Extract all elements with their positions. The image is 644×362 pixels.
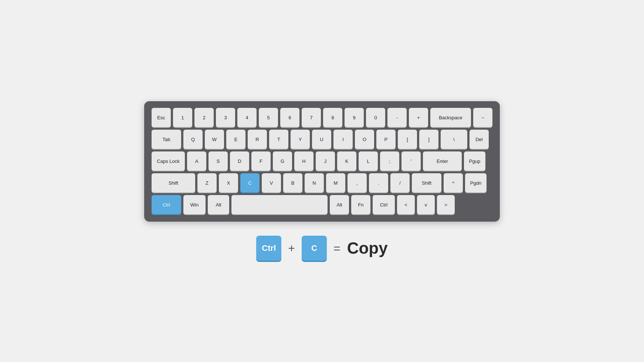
key-+[interactable]: + bbox=[409, 108, 428, 127]
key-v[interactable]: v bbox=[417, 195, 435, 214]
key-3[interactable]: 3 bbox=[216, 108, 235, 127]
key-8[interactable]: 8 bbox=[323, 108, 342, 127]
key-1[interactable]: 1 bbox=[173, 108, 192, 127]
shortcut-display: Ctrl + C = Copy bbox=[256, 236, 387, 261]
shortcut-ctrl-key: Ctrl bbox=[256, 236, 281, 261]
key-pgup[interactable]: Pgup bbox=[464, 151, 485, 171]
key-d[interactable]: D bbox=[230, 151, 249, 171]
key-shift[interactable]: Shift bbox=[412, 173, 441, 192]
key-esc[interactable]: Esc bbox=[152, 108, 171, 127]
key-[[interactable]: [ bbox=[398, 130, 417, 149]
key-q[interactable]: Q bbox=[183, 130, 203, 149]
key-x[interactable]: X bbox=[219, 173, 238, 192]
key-;[interactable]: ; bbox=[380, 151, 399, 171]
key-m[interactable]: M bbox=[326, 173, 345, 192]
key-.[interactable]: . bbox=[369, 173, 388, 192]
key-row-row3: Caps LockASDFGHJKL;'EnterPgup bbox=[152, 151, 492, 171]
key-win[interactable]: Win bbox=[183, 195, 206, 214]
key-c[interactable]: C bbox=[240, 173, 260, 192]
key-l[interactable]: L bbox=[359, 151, 378, 171]
key-7[interactable]: 7 bbox=[302, 108, 321, 127]
key-5[interactable]: 5 bbox=[259, 108, 278, 127]
key-~[interactable]: ~ bbox=[473, 108, 492, 127]
shortcut-plus: + bbox=[288, 242, 295, 255]
key-z[interactable]: Z bbox=[197, 173, 217, 192]
key-fn[interactable]: Fn bbox=[351, 195, 370, 214]
key-][interactable]: ] bbox=[419, 130, 438, 149]
key-backspace[interactable]: Backspace bbox=[430, 108, 471, 127]
key-row-row5: CtrlWinAltAltFnCtrl<v> bbox=[152, 195, 492, 214]
key-space[interactable] bbox=[231, 195, 328, 214]
key-i[interactable]: I bbox=[333, 130, 353, 149]
key-alt[interactable]: Alt bbox=[208, 195, 229, 214]
key-n[interactable]: N bbox=[305, 173, 324, 192]
shortcut-c-key: C bbox=[302, 236, 327, 261]
key-alt[interactable]: Alt bbox=[330, 195, 349, 214]
key-del[interactable]: Del bbox=[470, 130, 489, 149]
key-pgdn[interactable]: Pgdn bbox=[465, 173, 487, 192]
shortcut-equals: = bbox=[333, 242, 340, 255]
key-u[interactable]: U bbox=[312, 130, 331, 149]
keyboard-container: Esc1234567890-+Backspace~TabQWERTYUIOP[]… bbox=[144, 101, 500, 222]
key-k[interactable]: K bbox=[337, 151, 356, 171]
key-6[interactable]: 6 bbox=[280, 108, 299, 127]
key-tab[interactable]: Tab bbox=[152, 130, 181, 149]
key-j[interactable]: J bbox=[316, 151, 335, 171]
key-p[interactable]: P bbox=[376, 130, 396, 149]
key-/[interactable]: / bbox=[390, 173, 410, 192]
key-2[interactable]: 2 bbox=[194, 108, 214, 127]
key-e[interactable]: E bbox=[226, 130, 245, 149]
key-4[interactable]: 4 bbox=[237, 108, 257, 127]
shortcut-action-label: Copy bbox=[347, 239, 388, 257]
key-^[interactable]: ^ bbox=[444, 173, 463, 192]
key-a[interactable]: A bbox=[187, 151, 206, 171]
key-enter[interactable]: Enter bbox=[423, 151, 462, 171]
key--[interactable]: - bbox=[387, 108, 407, 127]
key-9[interactable]: 9 bbox=[345, 108, 364, 127]
key-h[interactable]: H bbox=[294, 151, 313, 171]
key-row-row4: ShiftZXCVBNM,./Shift^Pgdn bbox=[152, 173, 492, 192]
key-v[interactable]: V bbox=[262, 173, 281, 192]
key-row-row2: TabQWERTYUIOP[]\Del bbox=[152, 130, 492, 149]
key-shift[interactable]: Shift bbox=[152, 173, 195, 192]
key-g[interactable]: G bbox=[273, 151, 292, 171]
key-caps-lock[interactable]: Caps Lock bbox=[152, 151, 185, 171]
key-0[interactable]: 0 bbox=[366, 108, 385, 127]
key-y[interactable]: Y bbox=[291, 130, 310, 149]
key-w[interactable]: W bbox=[205, 130, 224, 149]
key-s[interactable]: S bbox=[209, 151, 228, 171]
key-ctrl[interactable]: Ctrl bbox=[373, 195, 395, 214]
key->[interactable]: > bbox=[437, 195, 455, 214]
key-b[interactable]: B bbox=[283, 173, 302, 192]
key-<[interactable]: < bbox=[397, 195, 415, 214]
key-,[interactable]: , bbox=[348, 173, 367, 192]
key-r[interactable]: R bbox=[248, 130, 267, 149]
key-f[interactable]: F bbox=[251, 151, 271, 171]
key-o[interactable]: O bbox=[355, 130, 374, 149]
key-'[interactable]: ' bbox=[401, 151, 421, 171]
key-t[interactable]: T bbox=[269, 130, 288, 149]
key-\[interactable]: \ bbox=[441, 130, 467, 149]
key-ctrl[interactable]: Ctrl bbox=[152, 195, 181, 214]
key-row-row1: Esc1234567890-+Backspace~ bbox=[152, 108, 492, 127]
